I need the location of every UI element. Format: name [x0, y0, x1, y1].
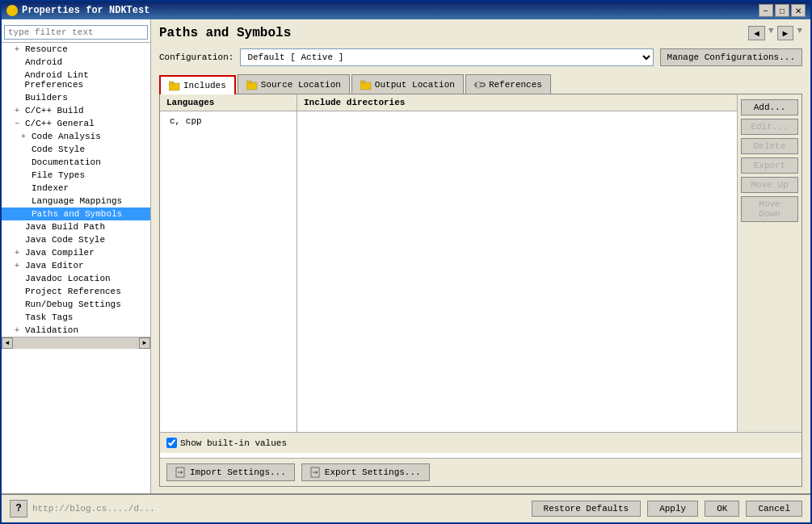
table-wrapper: Languages Include directories c, cpp — [160, 94, 737, 432]
sidebar-item-paths-and-symbols[interactable]: Paths and Symbols — [2, 208, 150, 220]
sidebar-item-builders[interactable]: Builders — [2, 91, 150, 104]
sidebar-item-java-code-style[interactable]: Java Code Style — [2, 233, 150, 246]
sidebar-item-javadoc[interactable]: Javadoc Location — [2, 272, 150, 285]
svg-rect-5 — [360, 81, 365, 83]
sidebar-item-java-build-path[interactable]: Java Build Path — [2, 220, 150, 233]
export-icon — [310, 467, 322, 478]
languages-column: c, cpp — [160, 111, 297, 432]
expand-icon: − — [15, 119, 23, 128]
sidebar-item-label: Java Editor — [25, 261, 84, 270]
nav-back-button[interactable]: ◄ — [748, 26, 765, 40]
filter-box — [2, 23, 150, 43]
sidebar-item-label: Paths and Symbols — [32, 209, 122, 219]
export-settings-button[interactable]: Export Settings... — [301, 463, 430, 481]
apply-button[interactable]: Apply — [647, 501, 698, 517]
sidebar-item-label: File Types — [32, 170, 85, 180]
scroll-track[interactable] — [13, 337, 139, 349]
sidebar-item-label: Run/Debug Settings — [25, 300, 121, 309]
scroll-right-btn[interactable]: ► — [139, 337, 150, 349]
sidebar-item-resource[interactable]: + Resource — [2, 43, 150, 56]
tabs-area: Includes Source Location — [159, 74, 802, 487]
sidebar-item-documentation[interactable]: Documentation — [2, 156, 150, 169]
sidebar-item-file-types[interactable]: File Types — [2, 169, 150, 182]
show-builtin-label: Show built-in values — [180, 438, 287, 448]
expand-icon: + — [15, 249, 23, 258]
tab-source-location[interactable]: Source Location — [238, 74, 350, 94]
nav-fwd-button[interactable]: ► — [777, 26, 794, 40]
minimize-button[interactable]: − — [759, 4, 773, 17]
help-button[interactable]: ? — [10, 500, 27, 518]
config-row: Configuration: Default [ Active ] Manage… — [159, 48, 802, 66]
sidebar-item-task-tags[interactable]: Task Tags — [2, 311, 150, 324]
delete-button[interactable]: Delete — [741, 138, 798, 154]
move-down-button[interactable]: Move Down — [741, 196, 798, 222]
sidebar-item-project-refs[interactable]: Project References — [2, 285, 150, 298]
sidebar-item-label: Indexer — [32, 183, 69, 193]
sidebar-item-label: Java Build Path — [25, 222, 105, 232]
import-settings-button[interactable]: Import Settings... — [166, 463, 295, 481]
below-table: Show built-in values — [160, 432, 801, 453]
svg-rect-4 — [360, 82, 371, 90]
table-body: c, cpp — [160, 111, 737, 432]
sidebar-item-language-mappings[interactable]: Language Mappings — [2, 195, 150, 208]
sidebar-item-cpp-general[interactable]: − C/C++ General — [2, 117, 150, 130]
sidebar-item-label: Project References — [25, 287, 121, 296]
list-item[interactable]: c, cpp — [166, 115, 290, 128]
tab-includes[interactable]: Includes — [159, 75, 236, 94]
sidebar-item-run-debug[interactable]: Run/Debug Settings — [2, 298, 150, 311]
col-dirs-header: Include directories — [297, 94, 737, 111]
sidebar-item-label: Builders — [25, 93, 68, 103]
restore-defaults-button[interactable]: Restore Defaults — [532, 501, 642, 517]
sidebar-item-android-lint[interactable]: Android Lint Preferences — [2, 69, 150, 91]
sidebar-item-cpp-build[interactable]: + C/C++ Build — [2, 104, 150, 117]
close-button[interactable]: ✕ — [791, 4, 806, 17]
panel-title-row: Paths and Symbols ◄ ▼ ► ▼ — [159, 26, 802, 40]
app-icon — [6, 5, 18, 16]
sidebar-item-indexer[interactable]: Indexer — [2, 182, 150, 195]
title-buttons: − □ ✕ — [759, 4, 806, 17]
content-area: + Resource Android Android Lint Preferen… — [2, 19, 810, 493]
folder-icon — [169, 80, 180, 91]
config-label: Configuration: — [159, 52, 234, 62]
manage-configurations-button[interactable]: Manage Configurations... — [660, 48, 802, 66]
maximize-button[interactable]: □ — [775, 4, 789, 17]
export-button[interactable]: Export — [741, 157, 798, 174]
folder-icon — [360, 79, 372, 90]
sidebar-item-validation[interactable]: + Validation — [2, 324, 150, 337]
svg-rect-3 — [246, 81, 251, 83]
config-select[interactable]: Default [ Active ] — [240, 48, 653, 66]
main-panel: Paths and Symbols ◄ ▼ ► ▼ Configuration:… — [151, 19, 810, 493]
sidebar-item-java-compiler[interactable]: + Java Compiler — [2, 246, 150, 259]
sidebar-scrollbar[interactable]: ◄ ► — [2, 337, 150, 348]
show-builtin-checkbox[interactable] — [166, 438, 177, 448]
sidebar-item-label: Javadoc Location — [25, 274, 111, 283]
tab-references[interactable]: References — [465, 74, 551, 94]
edit-button[interactable]: Edit... — [741, 119, 798, 135]
sidebar-item-label: Language Mappings — [32, 196, 122, 206]
export-settings-label: Export Settings... — [325, 467, 421, 477]
dirs-column — [297, 111, 737, 432]
sidebar-item-code-analysis[interactable]: + Code Analysis — [2, 130, 150, 143]
sidebar-item-code-style[interactable]: Code Style — [2, 143, 150, 156]
sidebar-item-label: Documentation — [32, 157, 101, 167]
add-button[interactable]: Add... — [741, 99, 798, 115]
tab-includes-label: Includes — [183, 81, 226, 90]
sidebar-item-android[interactable]: Android — [2, 56, 150, 69]
move-up-button[interactable]: Move Up — [741, 177, 798, 193]
tab-content-panel: Languages Include directories c, cpp — [159, 94, 802, 487]
expand-icon: + — [15, 326, 23, 335]
ok-button[interactable]: OK — [705, 501, 739, 517]
tab-output-location[interactable]: Output Location — [351, 74, 464, 94]
filter-input[interactable] — [4, 25, 148, 40]
cancel-button[interactable]: Cancel — [746, 501, 802, 517]
sidebar-item-label: Resource — [25, 44, 68, 54]
tab-source-location-label: Source Location — [261, 80, 341, 90]
sidebar-item-label: Java Code Style — [25, 235, 105, 245]
scroll-left-btn[interactable]: ◄ — [2, 337, 13, 349]
action-buttons: Import Settings... Export Settings... — [160, 458, 801, 486]
table-header: Languages Include directories — [160, 94, 737, 111]
bottom-left: ? http://blog.cs..../d... — [10, 500, 155, 518]
sidebar-item-java-editor[interactable]: + Java Editor — [2, 259, 150, 272]
folder-icon — [246, 79, 258, 90]
sidebar-item-label: Java Compiler — [25, 248, 95, 258]
